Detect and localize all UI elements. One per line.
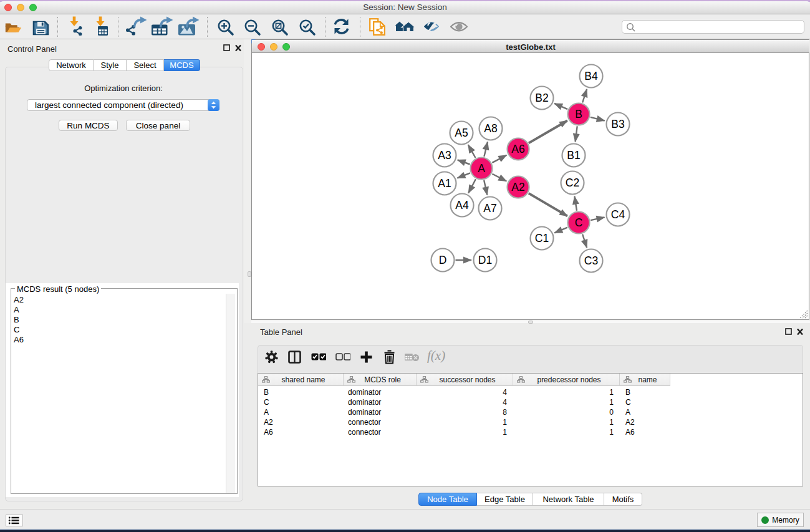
- svg-text:A: A: [478, 162, 485, 175]
- svg-text:B3: B3: [611, 118, 624, 130]
- svg-text:A2: A2: [511, 181, 524, 193]
- svg-text:C3: C3: [584, 254, 598, 267]
- svg-text:B4: B4: [584, 70, 598, 82]
- svg-text:C: C: [575, 216, 583, 229]
- svg-text:A7: A7: [483, 202, 496, 215]
- svg-text:A3: A3: [438, 149, 451, 162]
- svg-text:A1: A1: [438, 177, 451, 190]
- svg-text:C2: C2: [566, 177, 579, 189]
- svg-text:C4: C4: [611, 208, 625, 221]
- svg-text:A6: A6: [511, 143, 524, 155]
- svg-text:D: D: [439, 254, 447, 266]
- svg-text:C1: C1: [535, 232, 549, 244]
- svg-text:B2: B2: [535, 92, 548, 104]
- svg-text:A5: A5: [455, 127, 468, 139]
- svg-text:A4: A4: [455, 199, 469, 211]
- svg-text:B: B: [575, 108, 582, 120]
- svg-text:D1: D1: [478, 254, 492, 266]
- svg-text:B1: B1: [567, 149, 580, 162]
- svg-text:A8: A8: [484, 122, 497, 135]
